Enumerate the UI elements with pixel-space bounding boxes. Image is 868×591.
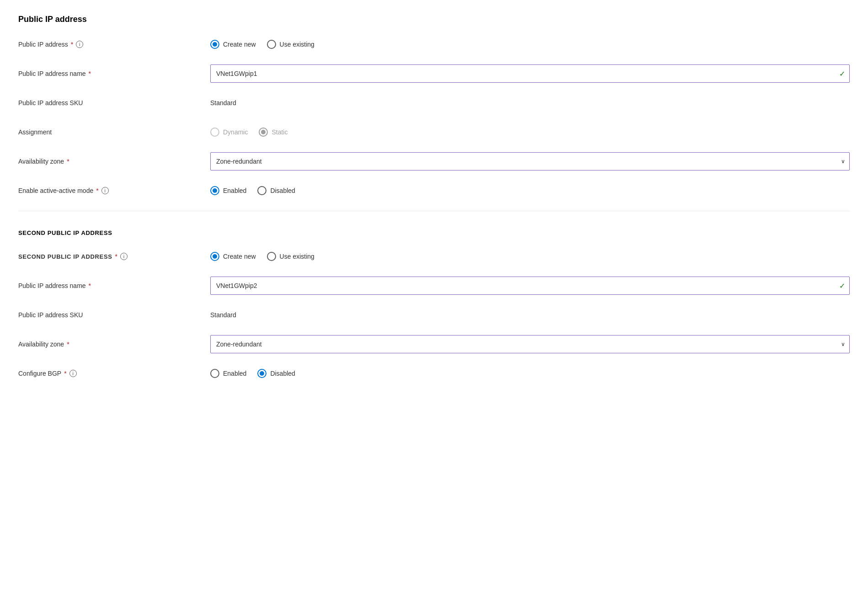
second-availability-zone-dropdown[interactable]: Zone-redundant 1 2 3 No Zone bbox=[210, 335, 850, 353]
second-public-ip-name-row: Public IP address name * ✓ bbox=[18, 277, 850, 295]
configure-bgp-disabled-label: Disabled bbox=[270, 370, 295, 377]
configure-bgp-enabled[interactable]: Enabled bbox=[210, 369, 246, 378]
assignment-control: Dynamic Static bbox=[210, 128, 850, 137]
public-ip-use-existing[interactable]: Use existing bbox=[267, 40, 314, 49]
public-ip-address-row: Public IP address * i Create new Use exi… bbox=[18, 35, 850, 53]
required-star-7: * bbox=[67, 341, 69, 348]
second-public-ip-control: Create new Use existing bbox=[210, 252, 850, 261]
availability-zone-dropdown-wrapper: Zone-redundant 1 2 3 No Zone ∨ bbox=[210, 152, 850, 170]
second-availability-zone-label: Availability zone * bbox=[18, 341, 210, 348]
active-active-enabled-label: Enabled bbox=[223, 187, 246, 194]
configure-bgp-disabled-radio[interactable] bbox=[257, 369, 266, 378]
active-active-info-icon[interactable]: i bbox=[101, 187, 109, 194]
configure-bgp-enabled-radio[interactable] bbox=[210, 369, 219, 378]
active-active-mode-control: Enabled Disabled bbox=[210, 186, 850, 195]
second-public-ip-use-existing-radio[interactable] bbox=[267, 252, 276, 261]
active-active-disabled[interactable]: Disabled bbox=[257, 186, 295, 195]
public-ip-address-label: Public IP address * i bbox=[18, 41, 210, 48]
assignment-row: Assignment Dynamic Static bbox=[18, 123, 850, 141]
assignment-label: Assignment bbox=[18, 128, 210, 136]
public-ip-sku-label: Public IP address SKU bbox=[18, 99, 210, 106]
public-ip-info-icon[interactable]: i bbox=[76, 41, 83, 48]
public-ip-address-control: Create new Use existing bbox=[210, 40, 850, 49]
second-section-title: SECOND PUBLIC IP ADDRESS bbox=[18, 229, 850, 236]
configure-bgp-enabled-label: Enabled bbox=[223, 370, 246, 377]
configure-bgp-info-icon[interactable]: i bbox=[69, 370, 77, 377]
availability-zone-label: Availability zone * bbox=[18, 158, 210, 165]
assignment-static[interactable]: Static bbox=[259, 128, 288, 137]
public-ip-create-new-label: Create new bbox=[223, 41, 256, 48]
second-public-ip-name-input[interactable] bbox=[210, 277, 850, 295]
required-star-3: * bbox=[67, 158, 69, 165]
public-ip-create-new-radio[interactable] bbox=[210, 40, 219, 49]
assignment-dynamic[interactable]: Dynamic bbox=[210, 128, 248, 137]
second-public-ip-sku-row: Public IP address SKU Standard bbox=[18, 306, 850, 324]
second-public-ip-info-icon[interactable]: i bbox=[120, 253, 128, 260]
public-ip-name-control: ✓ bbox=[210, 64, 850, 83]
public-ip-create-new[interactable]: Create new bbox=[210, 40, 256, 49]
active-active-disabled-label: Disabled bbox=[270, 187, 295, 194]
configure-bgp-row: Configure BGP * i Enabled Disabled bbox=[18, 364, 850, 383]
assignment-dynamic-label: Dynamic bbox=[223, 128, 248, 136]
active-active-disabled-radio[interactable] bbox=[257, 186, 266, 195]
public-ip-radio-group: Create new Use existing bbox=[210, 40, 850, 49]
public-ip-name-row: Public IP address name * ✓ bbox=[18, 64, 850, 83]
assignment-static-radio[interactable] bbox=[259, 128, 268, 137]
public-ip-use-existing-radio[interactable] bbox=[267, 40, 276, 49]
second-public-ip-create-new-radio[interactable] bbox=[210, 252, 219, 261]
assignment-static-label: Static bbox=[272, 128, 288, 136]
second-public-ip-radio-group: Create new Use existing bbox=[210, 252, 850, 261]
first-section-title: Public IP address bbox=[18, 15, 850, 24]
second-public-ip-sku-value: Standard bbox=[210, 311, 236, 319]
public-ip-name-input-wrapper: ✓ bbox=[210, 64, 850, 83]
second-availability-zone-dropdown-wrapper: Zone-redundant 1 2 3 No Zone ∨ bbox=[210, 335, 850, 353]
required-star: * bbox=[71, 41, 73, 48]
second-availability-zone-row: Availability zone * Zone-redundant 1 2 3… bbox=[18, 335, 850, 353]
second-public-ip-row: SECOND PUBLIC IP ADDRESS * i Create new … bbox=[18, 247, 850, 266]
second-public-ip-label: SECOND PUBLIC IP ADDRESS * i bbox=[18, 253, 210, 260]
active-active-enabled[interactable]: Enabled bbox=[210, 186, 246, 195]
second-public-ip-name-control: ✓ bbox=[210, 277, 850, 295]
public-ip-use-existing-label: Use existing bbox=[280, 41, 314, 48]
public-ip-sku-row: Public IP address SKU Standard bbox=[18, 94, 850, 112]
configure-bgp-disabled[interactable]: Disabled bbox=[257, 369, 295, 378]
public-ip-name-input[interactable] bbox=[210, 64, 850, 83]
availability-zone-control: Zone-redundant 1 2 3 No Zone ∨ bbox=[210, 152, 850, 170]
configure-bgp-label: Configure BGP * i bbox=[18, 370, 210, 377]
active-active-radio-group: Enabled Disabled bbox=[210, 186, 850, 195]
public-ip-sku-value: Standard bbox=[210, 99, 236, 106]
availability-zone-row: Availability zone * Zone-redundant 1 2 3… bbox=[18, 152, 850, 170]
required-star-5: * bbox=[115, 253, 117, 260]
second-public-ip-create-new[interactable]: Create new bbox=[210, 252, 256, 261]
second-availability-zone-control: Zone-redundant 1 2 3 No Zone ∨ bbox=[210, 335, 850, 353]
second-section: SECOND PUBLIC IP ADDRESS SECOND PUBLIC I… bbox=[18, 229, 850, 383]
assignment-radio-group: Dynamic Static bbox=[210, 128, 850, 137]
first-section: Public IP address Public IP address * i … bbox=[18, 15, 850, 200]
public-ip-sku-control: Standard bbox=[210, 99, 850, 106]
section-divider bbox=[18, 211, 850, 211]
required-star-4: * bbox=[96, 187, 98, 194]
active-active-mode-row: Enable active-active mode * i Enabled Di… bbox=[18, 181, 850, 200]
required-star-2: * bbox=[89, 70, 91, 77]
required-star-6: * bbox=[89, 282, 91, 289]
second-public-ip-use-existing-label: Use existing bbox=[280, 253, 314, 260]
second-public-ip-sku-control: Standard bbox=[210, 311, 850, 319]
configure-bgp-radio-group: Enabled Disabled bbox=[210, 369, 850, 378]
page-container: Public IP address Public IP address * i … bbox=[18, 15, 850, 383]
availability-zone-dropdown[interactable]: Zone-redundant 1 2 3 No Zone bbox=[210, 152, 850, 170]
configure-bgp-control: Enabled Disabled bbox=[210, 369, 850, 378]
active-active-mode-label: Enable active-active mode * i bbox=[18, 187, 210, 194]
required-star-8: * bbox=[64, 370, 66, 377]
second-public-ip-use-existing[interactable]: Use existing bbox=[267, 252, 314, 261]
active-active-enabled-radio[interactable] bbox=[210, 186, 219, 195]
second-public-ip-create-new-label: Create new bbox=[223, 253, 256, 260]
second-public-ip-name-label: Public IP address name * bbox=[18, 282, 210, 289]
assignment-dynamic-radio[interactable] bbox=[210, 128, 219, 137]
public-ip-name-check-icon: ✓ bbox=[839, 69, 845, 78]
public-ip-name-label: Public IP address name * bbox=[18, 70, 210, 77]
second-public-ip-name-input-wrapper: ✓ bbox=[210, 277, 850, 295]
second-public-ip-sku-label: Public IP address SKU bbox=[18, 311, 210, 319]
second-public-ip-name-check-icon: ✓ bbox=[839, 282, 845, 290]
